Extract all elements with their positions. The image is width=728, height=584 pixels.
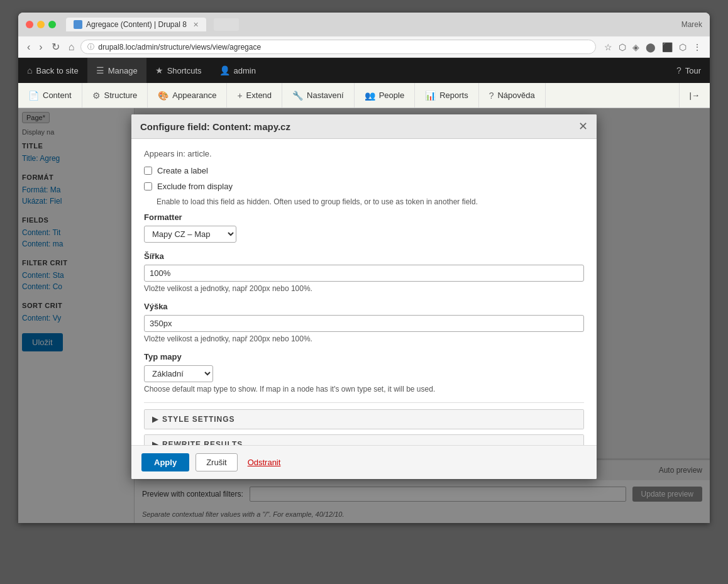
tab-napoveda[interactable]: ? Nápověda — [479, 83, 546, 107]
modal-header: Configure field: Content: mapy.cz ✕ — [131, 114, 597, 139]
exclude-display-checkbox[interactable] — [144, 182, 152, 190]
tab-structure-label: Structure — [104, 91, 138, 100]
cancel-button[interactable]: Zrušit — [196, 453, 238, 471]
drupal-admin-bar: ⌂ Back to site ☰ Manage ★ Shortcuts 👤 ad… — [18, 58, 710, 83]
appearance-nav-icon: 🎨 — [158, 91, 168, 101]
appears-in-text: Appears in: article. — [144, 149, 584, 158]
rewrite-results-label: REWRITE RESULTS — [162, 440, 243, 445]
modal-footer: Apply Zrušit Odstranit — [131, 445, 597, 479]
reports-nav-icon: 📊 — [425, 91, 436, 101]
drupal-nav: 📄 Content ⚙ Structure 🎨 Appearance + Ext… — [18, 83, 710, 108]
extend-nav-icon: + — [237, 91, 242, 101]
vyska-label: Výška — [144, 302, 584, 311]
vyska-hint: Vložte velikost a jednotky, např 200px n… — [144, 334, 584, 343]
exclude-display-text[interactable]: Exclude from display — [157, 182, 233, 191]
tab-people[interactable]: 👥 People — [355, 83, 415, 107]
sirka-hint: Vložte velikost a jednotky, např 200px n… — [144, 284, 584, 293]
star-icon: ★ — [155, 65, 163, 75]
back-to-site-link[interactable]: ⌂ Back to site — [18, 58, 87, 83]
new-tab-button[interactable] — [214, 18, 239, 31]
rewrite-results-section: ▶ REWRITE RESULTS — [144, 434, 584, 445]
settings-nav-icon: 🔧 — [292, 91, 303, 101]
rewrite-results-header[interactable]: ▶ REWRITE RESULTS — [145, 435, 583, 445]
shortcuts-menu[interactable]: ★ Shortcuts — [146, 58, 211, 83]
extension-icon-2[interactable]: ◈ — [631, 41, 641, 53]
apply-button[interactable]: Apply — [141, 453, 189, 471]
vyska-input[interactable] — [144, 315, 584, 332]
tab-appearance[interactable]: 🎨 Appearance — [148, 83, 227, 107]
browser-tab[interactable]: Agregace (Content) | Drupal 8 ✕ — [66, 18, 206, 31]
formatter-group: Formatter Mapy CZ – Map Plain text — [144, 212, 584, 243]
delete-button[interactable]: Odstranit — [248, 458, 281, 467]
shortcuts-label: Shortcuts — [167, 66, 202, 75]
main-area: Page* Display na TITLE Title: Agreg FORM… — [18, 108, 710, 523]
sirka-label: Šířka — [144, 251, 584, 261]
sirka-input[interactable] — [144, 265, 584, 282]
manage-menu[interactable]: ☰ Manage — [87, 58, 146, 83]
modal-backdrop: Configure field: Content: mapy.cz ✕ Appe… — [18, 108, 710, 523]
modal-close-button[interactable]: ✕ — [578, 121, 588, 132]
section-divider-1 — [144, 402, 584, 403]
modal-body: Appears in: article. Create a label Excl… — [131, 139, 597, 445]
extension-icon-5[interactable]: ⬡ — [677, 41, 688, 53]
tab-close-icon[interactable]: ✕ — [193, 21, 199, 29]
user-icon: 👤 — [219, 65, 230, 75]
home-button[interactable]: ⌂ — [66, 40, 77, 54]
tab-reports-label: Reports — [439, 91, 468, 100]
tab-extend[interactable]: + Extend — [227, 83, 282, 107]
more-options-icon[interactable]: ⋮ — [691, 41, 703, 53]
close-traffic-light[interactable] — [26, 21, 33, 28]
tab-title: Agregace (Content) | Drupal 8 — [86, 20, 187, 29]
reload-button[interactable]: ↻ — [49, 40, 62, 54]
address-bar[interactable]: ⓘ drupal8.loc/admin/structure/views/view… — [80, 40, 596, 54]
tab-structure[interactable]: ⚙ Structure — [82, 83, 148, 107]
extension-icon-1[interactable]: ⬡ — [617, 41, 628, 53]
tab-favicon-icon — [74, 20, 82, 29]
maximize-traffic-light[interactable] — [48, 21, 56, 28]
tab-nastaveni[interactable]: 🔧 Nastavení — [282, 83, 355, 107]
extension-icon-4[interactable]: ⬛ — [660, 41, 675, 53]
create-label-row: Create a label — [144, 166, 584, 175]
tour-button[interactable]: ? Tour — [668, 58, 710, 83]
style-settings-arrow: ▶ — [152, 415, 158, 424]
admin-bar-spacer — [265, 58, 668, 83]
configure-field-modal: Configure field: Content: mapy.cz ✕ Appe… — [131, 114, 597, 479]
tab-reports[interactable]: 📊 Reports — [415, 83, 479, 107]
manage-label: Manage — [108, 66, 138, 75]
tab-collapse[interactable]: |→ — [679, 83, 710, 107]
browser-toolbar: ‹ › ↻ ⌂ ⓘ drupal8.loc/admin/structure/vi… — [18, 36, 710, 58]
address-text: drupal8.loc/admin/structure/views/view/a… — [98, 43, 261, 52]
hamburger-icon: ☰ — [96, 65, 104, 75]
extension-icon-3[interactable]: ⬤ — [644, 41, 658, 53]
style-settings-header[interactable]: ▶ STYLE SETTINGS — [145, 410, 583, 429]
create-label-checkbox[interactable] — [144, 167, 152, 175]
back-button[interactable]: ‹ — [25, 40, 33, 54]
admin-user-menu[interactable]: 👤 admin — [211, 58, 265, 83]
tab-appearance-label: Appearance — [172, 91, 216, 100]
tab-napoveda-label: Nápověda — [497, 91, 534, 100]
typ-mapy-hint: Choose default map type to show. If map … — [144, 385, 584, 394]
formatter-label: Formatter — [144, 212, 584, 222]
formatter-select[interactable]: Mapy CZ – Map Plain text — [144, 226, 236, 243]
tab-content-label: Content — [43, 91, 72, 100]
back-to-site-label: Back to site — [36, 66, 78, 75]
typ-mapy-select[interactable]: Základní Satelitní Turistická — [144, 365, 213, 382]
exclude-display-row: Exclude from display — [144, 182, 584, 191]
sirka-group: Šířka Vložte velikost a jednotky, např 2… — [144, 251, 584, 293]
style-settings-label: STYLE SETTINGS — [162, 415, 234, 424]
exclude-hint-text: Enable to load this field as hidden. Oft… — [157, 197, 584, 206]
toolbar-icons: ☆ ⬡ ◈ ⬤ ⬛ ⬡ ⋮ — [602, 41, 703, 53]
traffic-lights — [26, 21, 56, 28]
tab-nastaveni-label: Nastavení — [307, 91, 344, 100]
home-icon: ⌂ — [27, 65, 32, 75]
modal-title: Configure field: Content: mapy.cz — [140, 121, 290, 132]
help-nav-icon: ? — [489, 91, 494, 101]
minimize-traffic-light[interactable] — [37, 21, 45, 28]
admin-label: admin — [234, 66, 256, 75]
forward-button[interactable]: › — [36, 40, 45, 54]
collapse-icon: |→ — [690, 91, 700, 100]
tab-content[interactable]: 📄 Content — [18, 83, 82, 107]
vyska-group: Výška Vložte velikost a jednotky, např 2… — [144, 302, 584, 343]
bookmark-icon[interactable]: ☆ — [602, 41, 614, 53]
create-label-text[interactable]: Create a label — [157, 166, 208, 175]
